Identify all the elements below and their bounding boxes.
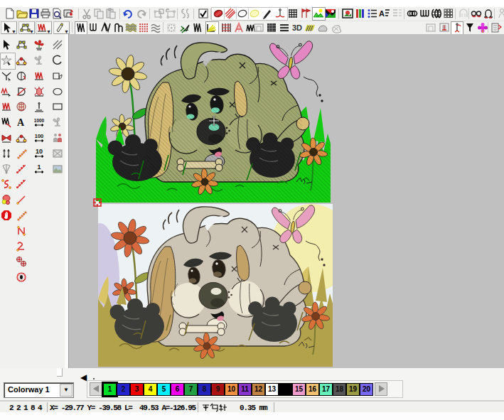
- svg-text:A: A: [379, 9, 385, 18]
- svg-text:A: A: [17, 117, 25, 128]
- svg-text:100: 100: [35, 133, 44, 139]
- svg-text:1000: 1000: [34, 118, 45, 123]
- svg-text:10: 10: [36, 148, 43, 155]
- svg-text:3D: 3D: [292, 23, 302, 32]
- svg-text:1: 1: [37, 163, 41, 171]
